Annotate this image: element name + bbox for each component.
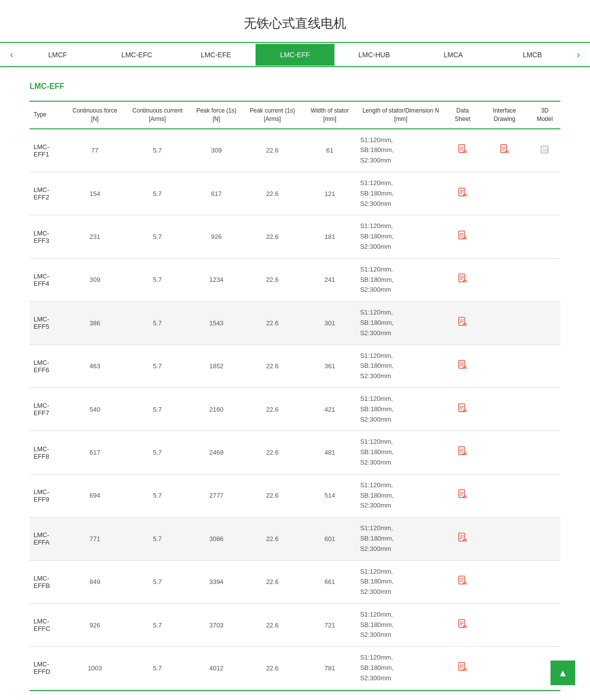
- col-header-peak_force: Peak force (1s) [N]: [191, 101, 241, 129]
- cell-peak-force: 1234: [191, 258, 241, 301]
- nav-tabs: LMCFLMC-EFCLMC-EFELMC-EFFLMC-HUBLMCALMCB: [18, 44, 572, 66]
- cell-peak-force: 2160: [191, 388, 241, 430]
- data-sheet-pdf-icon[interactable]: PDF: [458, 664, 467, 674]
- cell-continuous-current: 5.7: [123, 517, 191, 560]
- nav-tab-lmca[interactable]: LMCA: [414, 44, 493, 66]
- svg-text:PDF: PDF: [463, 279, 467, 283]
- data-sheet-pdf-icon[interactable]: PDF: [458, 491, 467, 501]
- page-title: 无铁心式直线电机: [0, 0, 590, 42]
- cell-continuous-current: 5.7: [123, 129, 191, 172]
- data-sheet-pdf-icon[interactable]: PDF: [458, 448, 467, 458]
- nav-tab-lmc-efc[interactable]: LMC-EFC: [97, 44, 176, 66]
- col-header-continuous_force: Continuous force [N]: [67, 101, 123, 129]
- nav-prev-arrow[interactable]: ‹: [5, 43, 18, 66]
- cell-peak-force: 4012: [191, 647, 241, 690]
- cell-width-stator: 781: [303, 647, 356, 690]
- cell-continuous-current: 5.7: [123, 302, 191, 345]
- table-row: LMC-EFFC9265.7370322.6721S1:120mm,SB:180…: [30, 603, 560, 646]
- cell-peak-current: 22.6: [241, 215, 303, 258]
- cell-length-stator: S1:120mm,SB:180mm,S2:300mm: [356, 258, 445, 301]
- cell-peak-current: 22.6: [241, 474, 303, 517]
- cell-type: LMC-EFF9: [30, 474, 67, 517]
- cell-width-stator: 481: [303, 431, 356, 474]
- nav-tab-lmc-eff[interactable]: LMC-EFF: [256, 44, 334, 66]
- cell-data-sheet: PDF: [445, 172, 480, 215]
- cell-type: LMC-EFF6: [30, 345, 67, 388]
- cell-continuous-force: 386: [67, 302, 123, 345]
- cell-3d-model: [529, 345, 560, 388]
- cell-continuous-current: 5.7: [123, 474, 191, 517]
- cell-continuous-force: 309: [67, 258, 123, 301]
- data-sheet-pdf-icon[interactable]: PDF: [458, 405, 467, 415]
- svg-text:PDF: PDF: [463, 366, 467, 369]
- col-header-length_stator: Length of stator/Dimension N [mm]: [356, 101, 445, 129]
- cell-length-stator: S1:120mm,SB:180mm,S2:300mm: [356, 517, 445, 560]
- scroll-top-button[interactable]: ▲: [551, 661, 575, 685]
- table-row: LMC-EFFD10035.7401222.6781S1:120mm,SB:18…: [30, 647, 560, 690]
- cell-width-stator: 121: [303, 172, 356, 215]
- col-header-continuous_current: Continuous current [Arms]: [123, 101, 191, 129]
- cell-peak-force: 1852: [191, 345, 241, 388]
- cell-type: LMC-EFF1: [30, 129, 67, 172]
- cell-length-stator: S1:120mm,SB:180mm,S2:300mm: [356, 431, 445, 474]
- cell-continuous-current: 5.7: [123, 388, 191, 430]
- cell-peak-force: 2777: [191, 474, 241, 517]
- data-sheet-pdf-icon[interactable]: PDF: [458, 621, 467, 631]
- svg-text:PDF: PDF: [463, 150, 467, 154]
- interface-pdf-icon[interactable]: PDF: [500, 146, 509, 156]
- data-sheet-pdf-icon[interactable]: PDF: [458, 190, 467, 199]
- cell-length-stator: S1:120mm,SB:180mm,S2:300mm: [356, 560, 445, 603]
- cell-length-stator: S1:120mm,SB:180mm,S2:300mm: [356, 603, 445, 646]
- table-row: LMC-EFF43095.7123422.6241S1:120mm,SB:180…: [30, 258, 560, 301]
- cell-interface-drawing: [480, 302, 529, 345]
- cell-type: LMC-EFF5: [30, 302, 67, 345]
- cell-continuous-current: 5.7: [123, 560, 191, 603]
- cell-3d-model: [529, 431, 560, 474]
- nav-tab-lmc-hub[interactable]: LMC-HUB: [334, 44, 413, 66]
- 3d-model-icon[interactable]: 3D: [541, 147, 549, 155]
- data-sheet-pdf-icon[interactable]: PDF: [458, 535, 467, 544]
- cell-3d-model: [529, 302, 560, 345]
- col-header-data_sheet: Data Sheet: [445, 101, 480, 129]
- nav-tab-lmcf[interactable]: LMCF: [18, 44, 97, 66]
- col-header-interface_drawing: Interface Drawing: [480, 101, 529, 129]
- data-sheet-pdf-icon[interactable]: PDF: [458, 275, 467, 285]
- nav-tab-lmc-efe[interactable]: LMC-EFE: [176, 44, 255, 66]
- cell-peak-current: 22.6: [241, 560, 303, 603]
- data-sheet-pdf-icon[interactable]: PDF: [458, 319, 467, 329]
- svg-text:PDF: PDF: [463, 236, 467, 240]
- cell-interface-drawing: [480, 388, 529, 430]
- cell-interface-drawing: [480, 431, 529, 474]
- svg-text:PDF: PDF: [463, 625, 467, 628]
- cell-peak-current: 22.6: [241, 172, 303, 215]
- cell-width-stator: 661: [303, 560, 356, 603]
- cell-length-stator: S1:120mm,SB:180mm,S2:300mm: [356, 647, 445, 690]
- data-sheet-pdf-icon[interactable]: PDF: [458, 233, 467, 242]
- svg-text:PDF: PDF: [463, 194, 467, 197]
- cell-3d-model: [529, 258, 560, 301]
- cell-continuous-current: 5.7: [123, 431, 191, 474]
- cell-peak-current: 22.6: [241, 258, 303, 301]
- cell-3d-model: [529, 517, 560, 560]
- data-sheet-pdf-icon[interactable]: PDF: [458, 146, 467, 156]
- nav-bar: ‹ LMCFLMC-EFCLMC-EFELMC-EFFLMC-HUBLMCALM…: [0, 42, 590, 67]
- cell-interface-drawing: PDF: [480, 129, 529, 172]
- cell-width-stator: 514: [303, 474, 356, 517]
- cell-continuous-force: 926: [67, 603, 123, 646]
- cell-continuous-force: 154: [67, 172, 123, 215]
- cell-length-stator: S1:120mm,SB:180mm,S2:300mm: [356, 172, 445, 215]
- table-row: LMC-EFF96945.7277722.6514S1:120mm,SB:180…: [30, 474, 560, 517]
- nav-tab-lmcb[interactable]: LMCB: [493, 44, 572, 66]
- cell-width-stator: 421: [303, 388, 356, 430]
- data-sheet-pdf-icon[interactable]: PDF: [458, 362, 467, 372]
- data-sheet-pdf-icon[interactable]: PDF: [458, 578, 467, 587]
- cell-continuous-current: 5.7: [123, 345, 191, 388]
- cell-continuous-force: 694: [67, 474, 123, 517]
- cell-data-sheet: PDF: [445, 302, 480, 345]
- nav-next-arrow[interactable]: ›: [572, 43, 585, 66]
- table-row: LMC-EFF32315.792622.6181S1:120mm,SB:180m…: [30, 215, 560, 258]
- cell-peak-force: 309: [191, 129, 241, 172]
- svg-text:PDF: PDF: [463, 495, 467, 499]
- cell-type: LMC-EFF2: [30, 172, 67, 215]
- cell-interface-drawing: [480, 647, 529, 690]
